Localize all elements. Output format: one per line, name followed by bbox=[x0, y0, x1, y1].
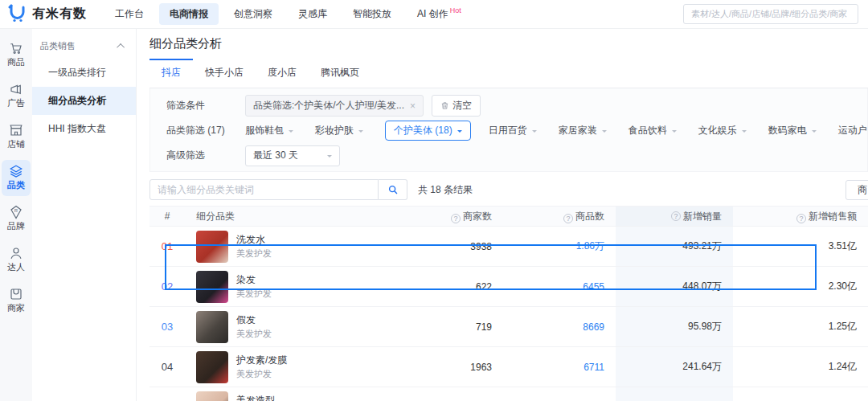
side-menu-group-category-sales[interactable]: 品类销售 bbox=[32, 34, 136, 59]
global-search-placeholder: 素材/达人/商品/店铺/品牌/细分品类/商家 bbox=[691, 8, 847, 20]
category-dropdown-beauty[interactable]: 彩妆护肤 bbox=[315, 124, 363, 137]
header-new-sales[interactable]: 新增销量 bbox=[616, 207, 733, 226]
global-search-input[interactable]: 素材/达人/商品/店铺/品牌/细分品类/商家 bbox=[683, 4, 858, 24]
subcategory-name[interactable]: 美发造型 bbox=[236, 393, 275, 401]
truncated-right-button[interactable]: 商 bbox=[845, 180, 868, 200]
svg-text:R: R bbox=[14, 208, 18, 213]
subcategory-name[interactable]: 染发 bbox=[236, 272, 272, 287]
sidebar-item-top-category-rank[interactable]: 一级品类排行 bbox=[32, 59, 136, 87]
category-dropdown-apparel[interactable]: 服饰鞋包 bbox=[245, 124, 293, 137]
search-button[interactable] bbox=[379, 179, 407, 200]
nav-item-ai-creation[interactable]: AI 创作Hot bbox=[407, 3, 472, 25]
products-cell[interactable]: 6711 bbox=[503, 362, 616, 373]
rail-item-categories[interactable]: 品类 bbox=[2, 160, 31, 196]
tab-douyin-shop[interactable]: 抖店 bbox=[149, 59, 193, 88]
products-cell[interactable]: 8669 bbox=[503, 321, 616, 333]
tab-du-shop[interactable]: 度小店 bbox=[256, 59, 309, 88]
chevron-down-icon bbox=[532, 130, 537, 135]
info-icon[interactable] bbox=[451, 214, 461, 223]
rank-cell: 01 bbox=[149, 240, 185, 252]
category-dropdown-daily-goods[interactable]: 日用百货 bbox=[489, 124, 537, 137]
products-cell[interactable]: 6455 bbox=[503, 281, 616, 293]
keyword-search-placeholder: 请输入细分品类关键词 bbox=[158, 183, 254, 197]
nav-item-smart-ads[interactable]: 智能投放 bbox=[342, 3, 402, 25]
subcategory-parent: 美发护发 bbox=[236, 247, 272, 260]
rail-label: 品牌 bbox=[2, 220, 31, 232]
rail-label: 商家 bbox=[2, 302, 31, 314]
clear-button-label: 清空 bbox=[452, 99, 472, 113]
subcategory-thumbnail[interactable] bbox=[196, 231, 228, 263]
table-row[interactable]: 01 洗发水 美发护发 3938 1.86万 493.21万 3.51亿 bbox=[149, 227, 868, 267]
info-icon[interactable] bbox=[796, 214, 806, 223]
nav-item-workbench[interactable]: 工作台 bbox=[104, 3, 154, 25]
info-icon[interactable] bbox=[563, 214, 573, 223]
table-row[interactable]: 04 护发素/发膜 美发护发 1963 6711 241.64万 1.24亿 bbox=[149, 347, 868, 387]
table-header-row: # 细分品类 商家数 商品数 新增销量 新增销售额 bbox=[149, 206, 868, 227]
brand-icon: R bbox=[2, 205, 31, 219]
subcategory-table: # 细分品类 商家数 商品数 新增销量 新增销售额 01 洗发水 美发护发 39… bbox=[149, 206, 868, 401]
close-icon[interactable]: × bbox=[410, 100, 416, 112]
new-sales-cell: 95.98万 bbox=[616, 307, 733, 346]
megaphone-icon bbox=[2, 82, 31, 96]
filter-panel: 筛选条件 品类筛选:个护美体/个人护理/美发... × 清空 品类筛选 (17)… bbox=[149, 88, 868, 172]
rail-item-influencers[interactable]: 达人 bbox=[2, 242, 31, 278]
table-row[interactable]: 05 美发造型 美发护发 1099 5513 130.93万 5623.60万 bbox=[149, 387, 868, 401]
layers-icon bbox=[2, 164, 31, 178]
app-logo[interactable]: 有米有数 bbox=[8, 3, 87, 25]
new-sales-cell: 241.64万 bbox=[616, 347, 733, 387]
new-revenue-cell: 3.51亿 bbox=[733, 239, 868, 253]
tab-kuaishou-shop[interactable]: 快手小店 bbox=[193, 59, 256, 88]
table-row[interactable]: 02 染发 美发护发 622 6455 448.07万 2.30亿 bbox=[149, 267, 868, 307]
new-revenue-cell: 1.24亿 bbox=[733, 360, 868, 374]
sidebar-item-subcategory-analysis[interactable]: 细分品类分析 bbox=[32, 87, 136, 115]
rail-item-brands[interactable]: R 品牌 bbox=[2, 201, 31, 237]
rail-item-ads[interactable]: 广告 bbox=[2, 78, 31, 114]
subcategory-thumbnail[interactable] bbox=[196, 391, 228, 401]
header-products: 商品数 bbox=[503, 210, 616, 223]
new-sales-cell: 130.93万 bbox=[616, 387, 733, 401]
category-label: 家居家装 bbox=[559, 124, 597, 137]
nav-item-inspiration[interactable]: 灵感库 bbox=[288, 3, 338, 25]
rank-cell: 02 bbox=[149, 280, 185, 293]
clear-filters-button[interactable]: 清空 bbox=[432, 95, 481, 117]
subcategory-thumbnail[interactable] bbox=[196, 311, 228, 343]
shop-icon bbox=[2, 123, 31, 137]
nav-item-creative-insight[interactable]: 创意洞察 bbox=[223, 3, 283, 25]
merchants-cell: 1963 bbox=[399, 362, 503, 373]
sidebar-item-hhi-index[interactable]: HHI 指数大盘 bbox=[32, 115, 136, 143]
filter-advanced-label: 高级筛选 bbox=[150, 149, 245, 162]
subcategory-cell: 美发造型 美发护发 bbox=[185, 391, 399, 401]
new-revenue-cell: 2.30亿 bbox=[733, 280, 868, 293]
category-dropdown-outdoor[interactable]: 运动户外 bbox=[838, 124, 867, 137]
subcategory-thumbnail[interactable] bbox=[196, 271, 228, 303]
tab-tencent-fengye[interactable]: 腾讯枫页 bbox=[309, 59, 371, 88]
subcategory-parent: 美发护发 bbox=[236, 367, 287, 381]
rail-label: 店铺 bbox=[2, 138, 31, 150]
rail-item-merchants[interactable]: 商家 bbox=[2, 283, 31, 319]
page-title: 细分品类分析 bbox=[149, 36, 868, 51]
keyword-search-input[interactable]: 请输入细分品类关键词 bbox=[149, 179, 379, 200]
category-dropdown-culture[interactable]: 文化娱乐 bbox=[698, 124, 747, 137]
merchants-cell: 719 bbox=[399, 321, 503, 333]
subcategory-name[interactable]: 洗发水 bbox=[236, 232, 272, 247]
logo-text: 有米有数 bbox=[32, 6, 87, 23]
subcategory-name[interactable]: 假发 bbox=[236, 313, 272, 327]
subcategory-cell: 染发 美发护发 bbox=[185, 271, 399, 303]
rail-item-shops[interactable]: 店铺 bbox=[2, 119, 31, 155]
category-dropdown-personal-care[interactable]: 个护美体 (18) bbox=[385, 121, 471, 141]
nav-item-ecommerce-intel[interactable]: 电商情报 bbox=[159, 3, 219, 25]
info-icon[interactable] bbox=[671, 211, 681, 221]
table-row[interactable]: 03 假发 美发护发 719 8669 95.98万 1.25亿 bbox=[149, 307, 868, 347]
category-dropdown-digital[interactable]: 数码家电 bbox=[768, 124, 817, 137]
subcategory-thumbnail[interactable] bbox=[196, 351, 228, 383]
date-range-select[interactable]: 最近 30 天 bbox=[245, 145, 340, 166]
rail-item-products[interactable]: 商品 bbox=[2, 37, 31, 73]
header-merchants: 商家数 bbox=[399, 210, 503, 223]
logo-cart-icon bbox=[8, 3, 27, 25]
category-dropdown-home[interactable]: 家居家装 bbox=[559, 124, 607, 137]
category-dropdown-food[interactable]: 食品饮料 bbox=[628, 124, 677, 137]
products-cell[interactable]: 1.86万 bbox=[503, 239, 616, 253]
merchants-cell: 3938 bbox=[399, 241, 503, 252]
subcategory-cell: 护发素/发膜 美发护发 bbox=[185, 351, 399, 383]
subcategory-name[interactable]: 护发素/发膜 bbox=[236, 353, 287, 367]
